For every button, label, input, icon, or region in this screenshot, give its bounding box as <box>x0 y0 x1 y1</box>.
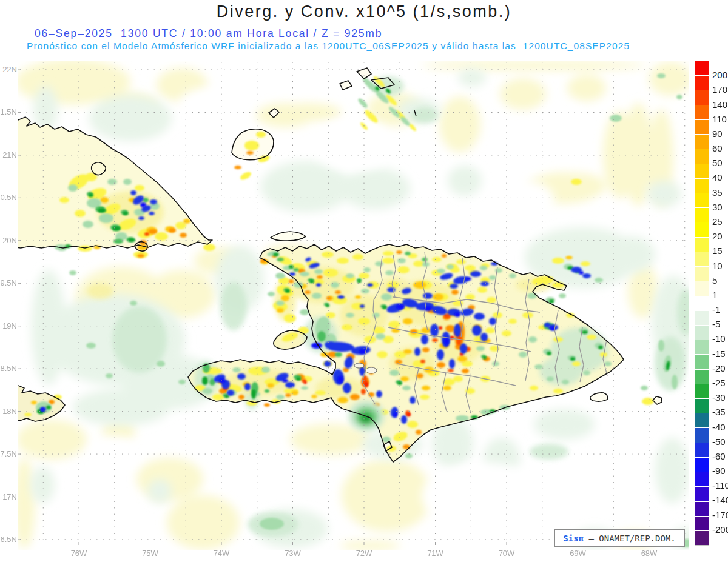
colorbar-label--1: -1 <box>712 304 720 315</box>
colorbar-label-60: 60 <box>712 143 723 153</box>
colorbar-label-15: 15 <box>712 246 723 256</box>
lat-label-7.5N: 7.5N <box>0 449 17 458</box>
colorbar-segment-32 <box>695 531 709 545</box>
colorbar-label--25: -25 <box>712 378 726 388</box>
lon-label-73W: 73W <box>275 549 311 558</box>
colorbar-label--20: -20 <box>712 363 726 373</box>
colorbar-segment-6 <box>695 149 709 164</box>
colorbar-segment-30 <box>695 502 709 517</box>
colorbar-segment-7 <box>695 164 709 179</box>
colorbar-label--110: -110 <box>712 480 728 490</box>
colorbar-label--50: -50 <box>712 437 726 447</box>
colorbar-label--60: -60 <box>712 451 726 461</box>
colorbar-segment-27 <box>695 458 709 472</box>
colorbar-segment-0 <box>695 61 709 76</box>
colorbar-segment-25 <box>695 428 709 443</box>
colorbar-label-20: 20 <box>712 231 723 241</box>
colorbar-segment-8 <box>695 179 709 193</box>
colorbar-segment-31 <box>695 517 709 531</box>
colorbar-label-140: 140 <box>712 99 727 110</box>
lat-label-21N: 21N <box>0 150 17 159</box>
colorbar-segment-4 <box>695 120 709 135</box>
lat-label-22N: 22N <box>0 65 17 74</box>
colorbar-segment-23 <box>695 399 709 413</box>
colorbar <box>695 61 709 546</box>
colorbar-label--30: -30 <box>712 392 726 403</box>
colorbar-segment-29 <box>695 487 709 501</box>
lat-label-20N: 20N <box>0 236 17 245</box>
colorbar-segment-21 <box>695 370 709 384</box>
colorbar-label-90: 90 <box>712 129 723 139</box>
colorbar-label-25: 25 <box>712 216 723 227</box>
lat-label-8.5N: 8.5N <box>0 364 17 373</box>
lat-label-18N: 18N <box>0 407 17 416</box>
colorbar-segment-16 <box>695 296 709 311</box>
colorbar-label-170: 170 <box>712 84 727 95</box>
lat-label-9.5N: 9.5N <box>0 278 17 287</box>
colorbar-segment-2 <box>695 90 709 105</box>
colorbar-label-10: 10 <box>712 261 723 271</box>
colorbar-label--200: -200 <box>712 524 728 535</box>
convergence-target <box>348 400 385 432</box>
colorbar-segment-17 <box>695 311 709 326</box>
colorbar-segment-15 <box>695 281 709 296</box>
colorbar-segment-28 <box>695 472 709 487</box>
lat-label-6.5N: 6.5N <box>0 535 17 544</box>
colorbar-label-50: 50 <box>712 158 723 168</box>
colorbar-segment-1 <box>695 76 709 90</box>
colorbar-label--90: -90 <box>712 466 726 476</box>
lat-label-19N: 19N <box>0 321 17 330</box>
branding-box: Sisπ – ONAMET/REP.DOM. <box>554 529 685 547</box>
weather-map-page: Diverg. y Conv. x10^5 (1/s,somb.) 06–Sep… <box>0 0 728 562</box>
colorbar-segment-22 <box>695 384 709 399</box>
colorbar-segment-10 <box>695 208 709 222</box>
credit-text: – ONAMET/REP.DOM. <box>584 534 676 543</box>
colorbar-label--170: -170 <box>712 510 728 520</box>
lat-label-0.5N: 0.5N <box>0 193 17 202</box>
lon-label-72W: 72W <box>346 549 382 558</box>
colorbar-label--140: -140 <box>712 495 728 505</box>
colorbar-segment-14 <box>695 267 709 281</box>
sispi-logo: Sisπ <box>563 534 584 543</box>
colorbar-label-110: 110 <box>712 114 727 124</box>
colorbar-segment-20 <box>695 355 709 369</box>
colorbar-segment-12 <box>695 238 709 252</box>
map-canvas <box>0 0 728 562</box>
colorbar-label-200: 200 <box>712 70 727 80</box>
colorbar-segment-3 <box>695 105 709 120</box>
colorbar-segment-5 <box>695 135 709 149</box>
lon-label-74W: 74W <box>203 549 240 558</box>
colorbar-label--10: -10 <box>712 333 726 344</box>
lon-label-69W: 69W <box>560 549 596 558</box>
colorbar-segment-26 <box>695 443 709 458</box>
colorbar-label-40: 40 <box>712 172 723 182</box>
colorbar-segment-18 <box>695 326 709 340</box>
colorbar-label-30: 30 <box>712 202 723 212</box>
lon-label-71W: 71W <box>417 549 454 558</box>
colorbar-segment-11 <box>695 222 709 237</box>
colorbar-segment-24 <box>695 413 709 428</box>
divergence-field <box>13 59 696 550</box>
lon-label-70W: 70W <box>488 549 525 558</box>
lon-label-76W: 76W <box>61 549 97 558</box>
colorbar-segment-9 <box>695 193 709 208</box>
colorbar-label--40: -40 <box>712 422 726 432</box>
colorbar-segment-19 <box>695 340 709 355</box>
colorbar-segment-13 <box>695 252 709 267</box>
lat-label-17N: 17N <box>0 492 17 501</box>
colorbar-label--15: -15 <box>712 349 726 359</box>
lat-label-1.5N: 1.5N <box>0 107 17 116</box>
colorbar-label-1: 1 <box>712 290 717 300</box>
colorbar-label-5: 5 <box>712 275 717 286</box>
colorbar-label--5: -5 <box>712 319 720 329</box>
lon-label-68W: 68W <box>631 549 667 558</box>
lon-label-75W: 75W <box>132 549 169 558</box>
colorbar-label-35: 35 <box>712 187 723 198</box>
colorbar-label--35: -35 <box>712 407 726 417</box>
